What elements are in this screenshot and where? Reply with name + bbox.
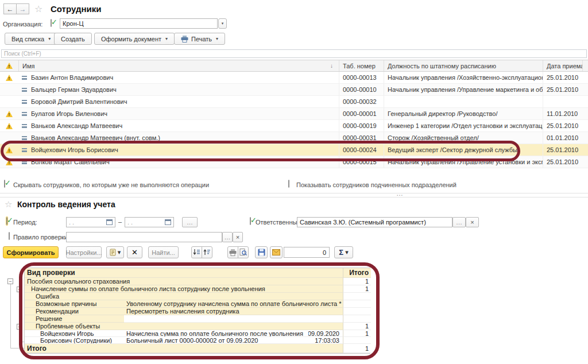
find-label: Найти...: [152, 249, 175, 256]
employee-hire-date: 25.01.2010: [543, 156, 582, 168]
column-name: Имя: [22, 63, 34, 69]
report-label: Итого: [25, 344, 343, 353]
clear-x-icon: ✕: [131, 248, 138, 257]
table-row[interactable]: Бальцер Герман Эдуардович 0000-00010 Нач…: [0, 84, 588, 96]
employee-position: [384, 96, 543, 107]
report-total-row[interactable]: Итого 1: [25, 344, 370, 353]
issue-document-button[interactable]: Оформить документ▾: [94, 33, 175, 45]
pane-splitter-line: [0, 197, 588, 198]
rule-label: Правило проверки:: [13, 234, 69, 241]
expand-groups-icon[interactable]: [202, 246, 212, 258]
rule-checkbox[interactable]: [9, 232, 10, 240]
report-detail-row[interactable]: Войцехович Игорь Начислена сумма по опла…: [25, 330, 370, 337]
preview-icon[interactable]: [238, 246, 249, 258]
report-row[interactable]: Начисление суммы по оплате больничного л…: [25, 285, 370, 293]
counter-field[interactable]: 0: [284, 247, 330, 258]
column-hire-date: Дата приема: [543, 60, 582, 71]
report-variants-button[interactable]: ▾: [106, 246, 124, 258]
organization-dropdown-button[interactable]: ▾: [218, 18, 227, 29]
report-detail-row[interactable]: Борисович (Сотрудники) Больничный лист 0…: [25, 337, 370, 344]
responsible-select-button[interactable]: …: [452, 217, 466, 227]
forward-button[interactable]: →: [16, 3, 29, 14]
tree-collapse-button[interactable]: −: [17, 324, 22, 330]
calendar-icon[interactable]: [165, 219, 171, 225]
splitter-handle-icon[interactable]: …: [396, 189, 404, 198]
report-date: 09.09.2020: [308, 330, 343, 337]
table-row[interactable]: Булатов Игорь Виленович 0000-00001 Генер…: [0, 108, 588, 120]
employee-hire-date: 11.01.2010: [543, 108, 582, 119]
forward-arrow-icon: →: [20, 5, 26, 13]
nav-buttons: ← →: [3, 3, 29, 14]
period-from-input[interactable]: . .: [66, 217, 115, 227]
employee-tab-num: 0000-00032: [339, 96, 384, 107]
rule-input[interactable]: [66, 232, 222, 242]
employee-position: Сторож /Хозяйственный отдел/: [384, 132, 543, 144]
report-label: Пособия социального страхования: [25, 278, 343, 285]
chevron-down-icon: ▾: [222, 21, 224, 26]
calendar-icon[interactable]: [106, 219, 113, 225]
view-list-button[interactable]: Вид списка▾: [5, 33, 57, 45]
organization-input[interactable]: Крон-Ц: [60, 18, 218, 29]
settings-label: Настройки...: [65, 249, 102, 256]
report-total: 1: [343, 330, 371, 337]
save-icon[interactable]: [255, 246, 268, 258]
table-row[interactable]: Волков Марат Савельевич 0000-00015 Начал…: [0, 156, 588, 168]
back-button[interactable]: ←: [3, 3, 17, 14]
ellipsis-icon: …: [456, 219, 462, 226]
favorite-star-icon[interactable]: ☆: [34, 3, 42, 14]
report-row[interactable]: Пособия социального страхования 1: [25, 278, 370, 285]
print-button[interactable]: Печать▾: [174, 33, 225, 45]
search-input[interactable]: Поиск (Ctrl+F): [1, 49, 587, 58]
report-label: Возможные причины: [25, 300, 124, 308]
table-row-selected[interactable]: Войцехович Игорь Борисович 0000-00024 Ве…: [0, 144, 588, 156]
view-list-label: Вид списка: [11, 36, 44, 42]
employee-table-header[interactable]: Имя↓ Таб. номер Должность по штатному ра…: [0, 60, 588, 72]
sum-button[interactable]: Σ ▾: [334, 246, 353, 258]
report-total: 1: [343, 285, 371, 293]
tree-collapse-button[interactable]: −: [17, 286, 22, 292]
generate-button[interactable]: Сформировать: [3, 246, 59, 258]
clear-report-button[interactable]: ✕: [127, 246, 142, 258]
warning-icon: [6, 123, 13, 129]
grouping-buttons: [191, 246, 212, 258]
rule-clear-button[interactable]: ×: [233, 232, 243, 242]
report-row[interactable]: Возможные причины Уволенному сотруднику …: [25, 300, 370, 308]
report-row[interactable]: Решение: [25, 315, 370, 323]
period-to-input[interactable]: . .: [125, 217, 174, 227]
generate-label: Сформировать: [7, 249, 55, 256]
report-row[interactable]: Проблемные объекты 1: [25, 323, 370, 330]
table-row[interactable]: Базин Антон Владимирович 0000-00013 Нача…: [0, 72, 588, 84]
period-checkbox[interactable]: [6, 217, 7, 225]
pane-splitter[interactable]: [0, 193, 588, 193]
responsible-checkbox[interactable]: [250, 217, 251, 225]
settings-button[interactable]: Настройки...: [66, 246, 102, 258]
email-icon[interactable]: [270, 246, 283, 258]
show-subordinate-label: Показывать сотрудников подчиненных подра…: [296, 181, 457, 188]
ellipsis-icon: …: [225, 234, 231, 241]
table-row[interactable]: Ваньков Александр Матвеевич (внут. совм.…: [0, 132, 588, 144]
show-subordinate-checkbox[interactable]: [288, 180, 289, 188]
period-from-value: . .: [69, 219, 74, 226]
employee-position: Инженер 1 категории /Отдел установки и э…: [384, 120, 543, 131]
organization-checkbox[interactable]: [51, 19, 52, 27]
rule-select-button[interactable]: …: [222, 232, 233, 242]
find-button[interactable]: Найти...: [148, 246, 179, 258]
responsible-input[interactable]: Савинская З.Ю. (Системный программист): [297, 217, 452, 227]
hide-employees-checkbox[interactable]: [4, 180, 5, 188]
report-description: Пересмотреть начисления сотрудника: [124, 308, 343, 315]
create-button[interactable]: Создать: [54, 33, 92, 45]
report-row[interactable]: Рекомендации Пересмотреть начисления сот…: [25, 308, 370, 315]
ellipsis-icon: …: [187, 219, 193, 226]
printer-icon[interactable]: [227, 246, 238, 258]
period-label: Период:: [13, 219, 37, 226]
table-row[interactable]: Ваньков Александр Матвеевич 0000-00019 И…: [0, 120, 588, 132]
tree-collapse-button[interactable]: −: [7, 278, 13, 284]
favorite-star-icon[interactable]: ☆: [5, 199, 12, 210]
report-row[interactable]: Ошибка: [25, 293, 370, 300]
table-row[interactable]: Боровой Дмитрий Валентинович 0000-00032: [0, 96, 588, 108]
report-table: Вид проверки Итого Пособия социального с…: [24, 268, 370, 354]
collapse-groups-icon[interactable]: [191, 246, 202, 258]
responsible-clear-button[interactable]: ×: [466, 217, 479, 227]
period-more-button[interactable]: …: [182, 217, 198, 227]
employee-position: Ведущий эксперт /Сектор дежурной службы/: [384, 144, 543, 156]
